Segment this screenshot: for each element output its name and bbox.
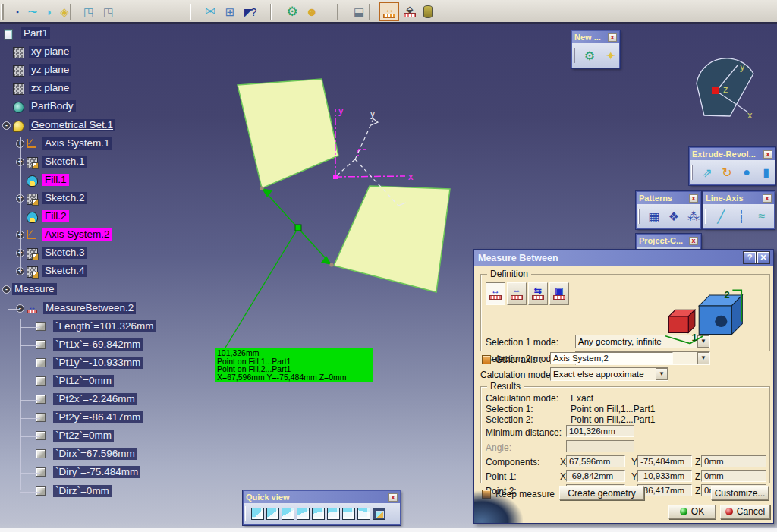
result-field-y[interactable]: -86,417mm	[637, 484, 692, 496]
icon-box-icon[interactable]: ⊞	[220, 2, 240, 21]
polyline-icon[interactable]: ≈	[753, 207, 771, 225]
tree-item--diry-75-484mm[interactable]: `Diry`=-75.484mm	[53, 466, 140, 478]
measure-line[interactable]	[225, 188, 332, 348]
tree-item-yz-plane[interactable]: yz plane	[29, 64, 71, 76]
left-view-icon[interactable]	[297, 508, 310, 520]
result-field-y[interactable]: -75,484mm	[637, 455, 692, 467]
cancel-button[interactable]: Cancel	[720, 505, 770, 519]
send-mail-icon[interactable]: ✉	[200, 2, 220, 21]
underside-view-icon[interactable]	[357, 508, 370, 520]
other-axis-field[interactable]: Axis System,2	[550, 352, 673, 364]
toolbar-grip[interactable]	[638, 209, 640, 224]
axis-icon[interactable]: ┆	[732, 207, 750, 225]
collapse-icon[interactable]: -	[2, 285, 11, 294]
chevron-down-icon[interactable]: ▼	[697, 352, 709, 364]
measure-inertia-icon[interactable]	[418, 2, 438, 21]
collapse-icon[interactable]: -	[2, 121, 11, 130]
catalog-browser-icon[interactable]: ⚙	[282, 2, 302, 21]
user-pattern-icon[interactable]: ⁂	[684, 207, 703, 225]
select-element-icon[interactable]: ◳	[79, 2, 99, 21]
create-geometry-button[interactable]: Create geometry	[559, 486, 644, 500]
tree-item-geometrical-set-1[interactable]: Geometrical Set.1	[29, 119, 115, 131]
revolve-icon[interactable]: ↻	[718, 163, 736, 181]
back-view-icon[interactable]	[282, 508, 294, 520]
toolbar-new-close-icon[interactable]: x	[608, 33, 617, 42]
toolbar-grip[interactable]	[705, 209, 706, 224]
toolbar-new-titlebar[interactable]: New ... x	[572, 31, 619, 43]
sectioning-icon[interactable]: ⬓	[349, 2, 369, 21]
tree-item-measurebetween-2[interactable]: MeasureBetween.2	[43, 302, 136, 314]
cylinder-icon[interactable]: ▮	[757, 163, 775, 181]
tree-item-measure[interactable]: Measure	[12, 283, 57, 295]
dialog-titlebar[interactable]: Measure Between ? ✕	[474, 250, 773, 266]
tree-item-partbody[interactable]: PartBody	[29, 100, 76, 112]
calc-mode-dropdown[interactable]: Exact else approximate ▼	[550, 367, 668, 381]
dialog-close-icon[interactable]: ✕	[757, 252, 769, 263]
bottom-view-icon[interactable]	[342, 508, 355, 520]
right-view-icon[interactable]	[312, 508, 325, 520]
toolbar-patterns-titlebar[interactable]: Patterns x	[637, 192, 700, 204]
result-field-x[interactable]: 67,596mm	[566, 455, 625, 467]
tree-item--length-101-326mm[interactable]: `Length`=101.326mm	[53, 320, 156, 332]
result-field-z[interactable]: 0mm	[701, 455, 766, 467]
toolbar-project-titlebar[interactable]: Project-C... x	[637, 235, 700, 247]
toolbar-line-axis-titlebar[interactable]: Line-Axis x	[703, 192, 774, 204]
minimum-distance-field[interactable]: 101,326mm	[566, 425, 634, 437]
fill1-surface[interactable]	[238, 79, 338, 188]
tree-item-part1[interactable]: Part1	[21, 27, 50, 39]
toolbar-grip[interactable]	[245, 506, 247, 521]
tree-item--pt2x-2-246mm[interactable]: `Pt2x`=-2.246mm	[53, 393, 137, 405]
chevron-down-icon[interactable]: ▼	[656, 368, 668, 380]
tree-item--pt2y-86-417mm[interactable]: `Pt2y`=-86.417mm	[53, 411, 143, 423]
other-axis-checkbox[interactable]	[482, 355, 491, 364]
tree-item-sketch-4[interactable]: Sketch.4	[42, 265, 87, 277]
toolbar-extrude-close-icon[interactable]: x	[763, 150, 772, 159]
measure-between-fan-mode-button[interactable]: ⇆	[528, 282, 548, 305]
tree-item-sketch-3[interactable]: Sketch.3	[42, 247, 87, 259]
tree-item--pt2z-0mm[interactable]: `Pt2z`=0mm	[53, 430, 114, 442]
user-profile-icon[interactable]: ☻	[302, 2, 322, 21]
measure-between-mode-button[interactable]: ↔	[486, 282, 505, 305]
named-views-icon[interactable]	[373, 508, 385, 520]
measure-item-mode-button[interactable]: ▣	[549, 282, 569, 305]
toolbar-project-close-icon[interactable]: x	[689, 237, 698, 245]
tree-item--pt1x-69-842mm[interactable]: `Pt1x`=-69.842mm	[53, 338, 143, 351]
circular-pattern-icon[interactable]: ❖	[665, 207, 683, 225]
select-element-alt-icon[interactable]: ◳	[99, 2, 118, 21]
tree-item--dirx-67-596mm[interactable]: `Dirx`=67.596mm	[53, 448, 137, 460]
result-field-x[interactable]: -69,842mm	[566, 470, 625, 482]
view-compass[interactable]: y z x	[697, 58, 753, 121]
iso-view-icon[interactable]	[251, 508, 264, 520]
front-view-icon[interactable]	[266, 508, 279, 520]
toolbar-quick-view-titlebar[interactable]: Quick view x	[244, 491, 400, 503]
tree-item--pt1z-0mm[interactable]: `Pt1z`=0mm	[53, 375, 114, 387]
tree-item-xy-plane[interactable]: xy plane	[29, 46, 71, 58]
top-view-icon[interactable]	[327, 508, 340, 520]
fill2-surface[interactable]	[334, 186, 450, 292]
tree-item-sketch-2[interactable]: Sketch.2	[42, 192, 87, 204]
measure-item-icon[interactable]: ⬙	[400, 2, 420, 21]
context-help-icon[interactable]: ◤?	[240, 2, 260, 21]
tree-item-sketch-1[interactable]: Sketch.1	[42, 156, 87, 168]
result-field-y[interactable]: -10,933mm	[637, 470, 692, 482]
dialog-help-icon[interactable]: ?	[744, 252, 756, 263]
tree-item--pt1y-10-933mm[interactable]: `Pt1y`=-10.933mm	[53, 357, 143, 369]
result-field-z[interactable]: 0mm	[701, 470, 766, 482]
tree-item-axis-system-2[interactable]: Axis System.2	[42, 228, 112, 241]
ok-button[interactable]: OK	[668, 505, 716, 519]
sphere-icon[interactable]: ●	[738, 163, 756, 181]
customize-button[interactable]: Customize...	[711, 486, 769, 500]
tree-item-zx-plane[interactable]: zx plane	[29, 82, 71, 94]
plane-offset-icon[interactable]: ◈	[55, 2, 74, 21]
toolbar-quick-view-close-icon[interactable]: x	[388, 493, 398, 502]
toolbar-grip[interactable]	[691, 165, 693, 180]
extrude-icon[interactable]: ⇗	[698, 163, 716, 181]
rectangular-pattern-icon[interactable]: ▦	[645, 207, 663, 225]
tree-item-fill-2[interactable]: Fill.2	[42, 210, 69, 222]
tree-item-fill-1[interactable]: Fill.1	[42, 174, 69, 186]
toolbar-extrude-titlebar[interactable]: Extrude-Revol... x	[690, 148, 775, 160]
measure-between-icon[interactable]: ↔	[379, 2, 399, 21]
compass-origin[interactable]	[712, 87, 719, 94]
toolbar-line-axis-close-icon[interactable]: x	[763, 194, 772, 203]
tree-item--dirz-0mm[interactable]: `Dirz`=0mm	[53, 485, 112, 497]
